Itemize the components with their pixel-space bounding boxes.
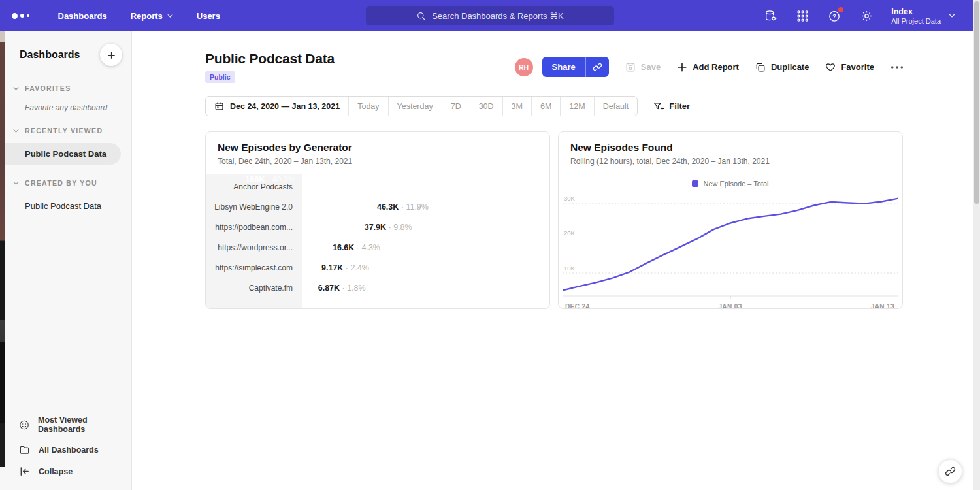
brand-logo[interactable] [12,13,29,19]
brand-dot [27,14,29,17]
bar-chart-row: Captivate.fm6.87K · 1.8% [206,278,549,298]
line-chart-subtitle: Rolling (12 hours), total, Dec 24th, 202… [570,157,890,166]
sidebar-section-created-by-you: CREATED BY YOUPublic Podcast Data [5,179,131,217]
section-empty-text: Favorite any dashboard [5,92,131,112]
preset-6m[interactable]: 6M [532,97,561,116]
ellipsis-icon [890,65,904,69]
more-options-button[interactable] [890,65,904,69]
main-content: Public Podcast Data Public RH Share Save [132,31,980,490]
preset-30d[interactable]: 30D [470,97,503,116]
link-icon [945,466,956,477]
line-chart-header[interactable]: New Episodes Found Rolling (12 hours), t… [559,132,902,174]
bar-chart-row: Libsyn WebEngine 2.046.3K · 11.9% [206,197,549,217]
brand-dot [12,13,18,19]
report-cards: New Episodes by Generator Total, Dec 24t… [205,131,904,309]
share-link-button[interactable] [585,57,609,77]
nav-right: ? Index All Project Data [763,7,964,25]
section-header-created-by-you[interactable]: CREATED BY YOU [5,179,131,187]
data-sources-icon[interactable] [763,8,777,23]
x-tick-label: JAN 03 [718,303,742,309]
chart-legend: New Episode – Total [559,178,902,192]
preset-yesterday[interactable]: Yesterday [389,97,442,116]
search-placeholder: Search Dashboards & Reports ⌘K [432,11,564,21]
preset-7d[interactable]: 7D [442,97,470,116]
date-range-button[interactable]: Dec 24, 2020 — Jan 13, 2021 [206,97,349,116]
copy-link-fab[interactable] [938,459,962,483]
chevron-down-icon [13,86,19,91]
sidebar-footer-collapse[interactable]: Collapse [5,461,131,482]
bar-chart-subtitle: Total, Dec 24th, 2020 – Jan 13th, 2021 [218,157,538,166]
bar-chart-row: https://podbean.com...37.9K · 9.8% [206,217,549,237]
favorite-button[interactable]: Favorite [825,62,874,73]
nav-item-reports[interactable]: Reports [131,11,173,21]
add-report-button[interactable]: Add Report [677,62,739,73]
sidebar-footer-most-viewed-dashboards[interactable]: Most Viewed Dashboards [5,410,131,439]
smiley-icon [19,419,29,431]
bar-track: 16.6K · 4.3% [302,240,535,255]
filter-funnel-icon [653,101,664,112]
section-header-favorites[interactable]: FAVORITES [5,84,131,92]
date-toolbar: Dec 24, 2020 — Jan 13, 2021 TodayYesterd… [205,96,904,116]
project-name: Index [891,7,941,17]
search-icon [416,11,426,21]
bar-chart-row: https://wordpress.or...16.6K · 4.3% [206,237,549,257]
avatar[interactable]: RH [515,58,533,76]
chevron-down-icon [13,181,19,186]
x-tick-label: JAN 13 [871,303,894,309]
preset-today[interactable]: Today [349,97,388,116]
sidebar-title: Dashboards [20,49,80,61]
chevron-down-icon [13,129,19,133]
bar-chart-card: New Episodes by Generator Total, Dec 24t… [205,131,550,309]
bar-category-label: Libsyn WebEngine 2.0 [206,203,302,212]
add-dashboard-button[interactable] [100,44,122,66]
bar-rows: Anchor Podcasts156K · 40.3%Libsyn WebEng… [206,174,549,298]
copy-icon [755,62,766,73]
bar-chart-header[interactable]: New Episodes by Generator Total, Dec 24t… [206,132,549,174]
duplicate-button[interactable]: Duplicate [755,62,809,73]
sidebar-section-recently-viewed: RECENTLY VIEWEDPublic Podcast Data [5,127,131,165]
preset-3m[interactable]: 3M [503,97,532,116]
bar-value-label: 6.87K · 1.8% [318,284,366,293]
save-button[interactable]: Save [625,62,661,73]
folder-icon [19,444,30,455]
preset-default[interactable]: Default [595,97,638,116]
filter-button[interactable]: Filter [653,101,690,112]
sidebar-footer-all-dashboards[interactable]: All Dashboards [5,439,131,461]
sidebar-item-public-podcast-data[interactable]: Public Podcast Data [5,143,121,165]
apps-grid-icon[interactable] [795,8,809,23]
legend-label[interactable]: New Episode – Total [703,180,768,188]
bar-category-label: https://wordpress.or... [206,243,302,252]
bar-category-label: Captivate.fm [206,284,302,293]
link-icon [593,62,602,72]
search-input[interactable]: Search Dashboards & Reports ⌘K [366,6,614,25]
bar-value-label: 37.9K · 9.8% [365,223,412,232]
bar-chart-row: Anchor Podcasts156K · 40.3% [206,176,549,197]
bar-chart-row: https://simplecast.com9.17K · 2.4% [206,257,549,278]
sidebar-item-public-podcast-data[interactable]: Public Podcast Data [5,195,121,217]
line-series-new-episode-total[interactable] [563,199,898,291]
preset-12m[interactable]: 12M [561,97,594,116]
header-actions: RH Share Save Add Report [515,57,904,77]
y-tick-label: 10K [564,265,576,272]
y-tick-label: 30K [564,195,576,202]
sidebar-section-favorites: FAVORITESFavorite any dashboard [5,84,131,112]
share-button[interactable]: Share [542,57,585,77]
settings-gear-icon[interactable] [859,8,874,23]
help-icon[interactable]: ? [827,8,841,23]
nav-item-users[interactable]: Users [197,11,220,21]
top-nav: DashboardsReportsUsers Search Dashboards… [0,0,980,31]
bar-value-label: 16.6K · 4.3% [333,243,380,252]
legend-swatch [692,180,698,187]
bar-value-label: 156K · 40.3% [246,175,295,184]
section-header-recently-viewed[interactable]: RECENTLY VIEWED [5,127,131,135]
plus-icon [677,62,687,73]
brand-dot [20,14,24,18]
bar-category-label: https://podbean.com... [206,223,302,232]
page-scrollbar[interactable] [973,0,980,490]
svg-text:?: ? [832,12,836,20]
project-switcher[interactable]: Index All Project Data [891,7,955,25]
line-chart-title: New Episodes Found [570,142,890,154]
bar-chart-body: Anchor Podcasts156K · 40.3%Libsyn WebEng… [206,174,549,308]
nav-item-dashboards[interactable]: Dashboards [58,11,107,21]
scrollbar-thumb[interactable] [974,1,979,204]
